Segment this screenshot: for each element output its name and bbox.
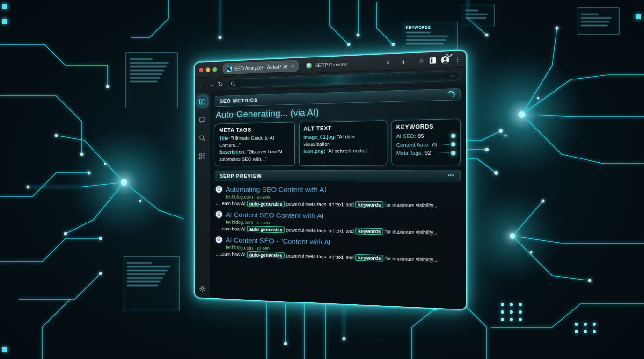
alt-text-row: icon.png: "AI network nodes" [303,147,382,155]
window-body: SEO METRICS Auto-Generating... (via AI) … [195,84,466,309]
section-menu-icon[interactable]: ⋯ [448,172,455,180]
glow-node-icon [451,143,455,146]
result-title-link[interactable]: Automating SEO Content with AI [226,185,326,194]
card-title: KEYWORDS [396,122,455,130]
background-code-block [125,52,178,108]
snippet-text: for maximum visibility... [384,255,437,263]
browser-menu-icon[interactable]: ⋮ [454,56,461,63]
snippet-text: for maximum visibility... [384,229,437,235]
side-panel-icon[interactable] [430,57,436,63]
serp-result: G Automating SEO Content with AI techblo… [216,185,460,208]
keyword-score-row: AI SEO: 85 [396,131,455,141]
keywords-card: KEYWORDS AI SEO: 85 Content Auto: 78 [391,119,461,165]
highlight-chip: keywords [356,228,383,235]
highlight-chip: auto-generates [247,226,285,233]
forward-button[interactable]: → [208,81,214,88]
background-square [2,347,7,352]
qr-code-icon [199,153,205,159]
back-button[interactable]: ← [199,81,205,88]
result-snippet: ...Learn how AI auto-generates powerful … [216,200,460,209]
tab-close-icon[interactable]: × [386,59,391,65]
field-label: image_01.jpg: [303,134,336,140]
keyword-label: AI SEO: [396,132,416,141]
snippet-text: ...Learn how AI [216,226,247,232]
address-bar-overflow-icon[interactable]: ⋯ [450,72,456,79]
field-label: Bascription: [219,149,246,155]
tab-close-icon[interactable]: × [290,63,295,69]
highlight-chip: keywords [356,254,383,262]
meta-description-row: Bascription: "Discover how AI automates … [219,148,290,163]
tab-label: SEO Analyzer - Auto-Pilot [234,64,288,71]
keyword-label: Content Auto: [396,141,430,150]
chevron-down-icon[interactable] [446,50,453,58]
card-title: META TAGS [219,126,290,133]
sidebar-item-dashboard[interactable] [197,96,207,107]
minimize-window-button[interactable] [206,67,210,72]
tab-serp-preview[interactable]: SERP Preview × [302,56,395,71]
background-code-block [123,256,180,311]
metrics-cards: META TAGS Title: "Ultimate Guide to AI C… [215,119,461,166]
snippet-text: powerful meta tags, alt text, and [285,227,355,234]
background-code-block [577,7,620,35]
maximize-window-button[interactable] [212,67,217,72]
keyword-score: 92 [425,149,431,158]
alt-text-row: image_01.jpg: "AI data visualization" [303,133,382,148]
keyword-label: Meta Tags: [396,149,423,158]
snippet-text: ...Learn how AI [216,251,247,257]
page-content: SEO METRICS Auto-Generating... (via AI) … [210,84,466,309]
new-tab-button[interactable]: + [398,57,409,65]
tab-label: SERP Preview [315,61,347,68]
result-favicon-icon: G [216,186,222,193]
comment-icon [199,116,205,123]
background-code-title: KEYWORDS [406,25,454,29]
tab-seo-analyzer[interactable]: SEO Analyzer - Auto-Pilot × [223,60,299,74]
loading-spinner-icon [447,91,455,98]
bookmark-star-icon[interactable]: ☆ [419,57,424,65]
seo-analyzer-favicon-icon [227,66,232,72]
background-dot-grid [575,323,597,333]
highlight-chip: auto-generates [247,251,285,259]
field-label: Title: [219,136,230,141]
serp-result: G AI Content SEO - "Content with AI tech… [216,236,460,264]
screenshot-canvas: KEYWORDS SEO Analyzer - Auto-Pilot × [0,0,644,359]
sidebar-item-scan[interactable] [197,151,207,162]
background-code-block [461,4,495,27]
background-square [2,4,7,9]
background-dot-grid [501,303,523,321]
close-window-button[interactable] [199,67,203,72]
sidebar-item-search[interactable] [197,132,207,143]
glow-node-icon [451,151,455,155]
browser-window: SEO Analyzer - Auto-Pilot × SERP Preview… [194,50,467,310]
serp-result: G AI Content SEO Content with AI techtdo… [216,210,460,236]
result-title-link[interactable]: AI Content SEO Content with AI [226,210,324,220]
background-code-block-keywords: KEYWORDS [402,22,458,53]
glow-node-icon [451,134,455,138]
app-sidebar [195,92,210,298]
generation-status: Auto-Generating... (via AI) [216,103,460,120]
background-square [2,19,7,24]
result-favicon-icon: G [216,237,222,244]
seo-metrics-title: SEO METRICS [220,97,258,104]
reload-button[interactable]: ↻ [218,81,223,87]
snippet-text: ...Learn how AI [216,201,247,206]
keyword-score-row: Content Auto: 78 [396,140,455,150]
highlight-chip: auto-generates [247,201,285,207]
snippet-text: for maximum visibility... [384,202,437,208]
keyword-score: 78 [431,140,437,149]
result-url[interactable]: techblog.com · ai-seo [226,194,460,201]
field-label: icon.png: [303,148,325,154]
serp-preview-favicon-icon [307,63,312,68]
serp-preview-header: SERP PREVIEW ⋯ [215,170,461,181]
snippet-text: powerful meta tags, alt text, and [285,201,355,207]
browser-actions: ☆ ⋮ [419,55,461,65]
sidebar-item-comments[interactable] [197,114,207,125]
keyword-score-row: Meta Tags: 92 [396,149,455,158]
field-value: "AI network nodes" [327,148,369,154]
sidebar-item-settings[interactable] [197,283,207,294]
window-controls [199,67,217,72]
snippet-text: powerful meta tags, alt text, and [285,253,355,260]
meta-tags-card: META TAGS Title: "Ultimate Guide to AI C… [215,122,295,166]
card-title: ALT TEXT [303,124,382,132]
search-icon [231,81,235,86]
meta-title-row: Title: "Ultimate Guide to AI Content..." [219,134,290,149]
